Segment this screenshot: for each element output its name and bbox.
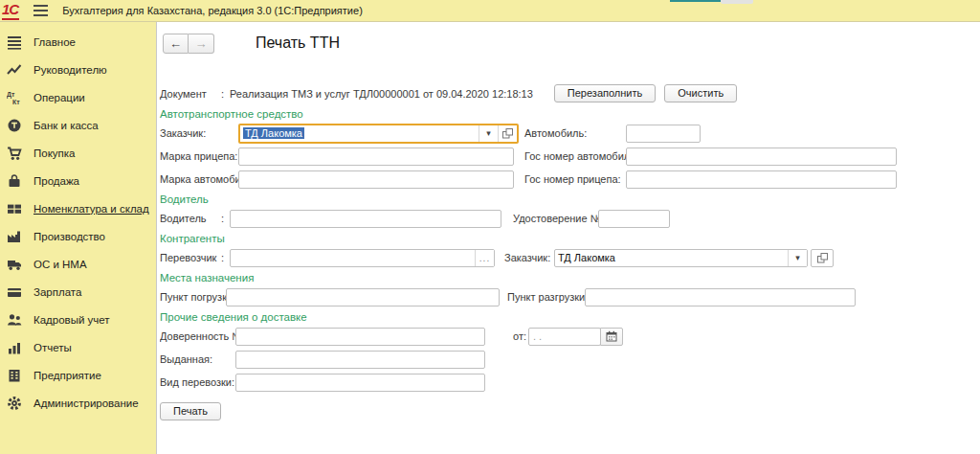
svg-text:Дт: Дт (7, 91, 15, 99)
sidebar-item-rukovoditelyu[interactable]: Руководителю (0, 56, 156, 83)
calendar-button[interactable] (600, 328, 623, 346)
customer2-combobox[interactable]: ТД Лакомка ▾ (554, 249, 808, 267)
transport-kind-label: Вид перевозки: (160, 376, 235, 388)
customer-value: ТД Лакомка (240, 125, 479, 142)
back-arrow-icon: ← (169, 36, 182, 51)
open-button[interactable] (811, 249, 834, 267)
refill-button[interactable]: Перезаполнить (554, 84, 656, 102)
sidebar-item-label: Покупка (33, 148, 75, 159)
driver-label: Водитель (160, 213, 221, 224)
car-gov-number-input[interactable] (626, 148, 897, 166)
1c-logo-icon[interactable]: 1С (2, 2, 19, 20)
menu-lines-icon (7, 34, 22, 50)
document-link[interactable]: Реализация ТМЗ и услуг ТДЛ00000001 от 09… (230, 88, 533, 100)
sidebar-item-label: Отчеты (33, 342, 72, 353)
building-icon (7, 368, 22, 383)
trailer-gov-number-label: Гос номер прицепа: (524, 173, 626, 185)
screen-artifact-gray (721, 0, 753, 4)
main-menu-icon[interactable] (33, 5, 48, 16)
attorney-number-input[interactable] (235, 328, 485, 346)
chevron-down-icon: ▾ (795, 253, 800, 262)
back-button[interactable]: ← (163, 34, 189, 54)
card-icon (7, 284, 22, 300)
driver-input[interactable] (230, 210, 501, 228)
trailer-brand-input[interactable] (238, 148, 514, 166)
transport-kind-input[interactable] (235, 374, 485, 392)
sidebar-item-os-i-nma[interactable]: ОС и НМА (0, 250, 156, 278)
sidebar-item-zarplata[interactable]: Зарплата (0, 278, 156, 306)
selected-text: ТД Лакомка (243, 127, 304, 139)
car-brand-label: Марка автомобиля: (160, 173, 238, 185)
customer-combobox[interactable]: ТД Лакомка ▾ (238, 124, 519, 144)
row-transport-kind: Вид перевозки: (160, 373, 980, 392)
top-bar: 1С Бухгалтерия для Казахстана, редакция … (0, 0, 980, 22)
section-driver: Водитель (160, 193, 980, 206)
more-button[interactable]: ... (475, 250, 494, 266)
document-row: Документ : Реализация ТМЗ и услуг ТДЛ000… (160, 84, 980, 102)
clear-button[interactable]: Очистить (664, 84, 737, 102)
car-label: Автомобиль: (524, 127, 626, 139)
issued-by-label: Выданная: (160, 353, 235, 365)
section-vehicle: Автотранспортное средство (160, 107, 980, 121)
section-contractors: Контрагенты (160, 232, 980, 245)
page-title: Печать ТТН (256, 34, 340, 52)
trailer-gov-number-input[interactable] (626, 170, 897, 189)
forward-arrow-icon: → (195, 36, 208, 51)
row-car-brand: Марка автомобиля: Гос номер прицепа: (160, 170, 980, 189)
attorney-date-label: от: (513, 330, 528, 342)
sidebar-item-nomenklatura-i-sklad[interactable]: Номенклатура и склад (0, 194, 156, 222)
cart-icon (7, 146, 22, 161)
print-button[interactable]: Печать (160, 402, 221, 420)
row-carrier-customer: Перевозчик : ... Заказчик: ТД Лакомка ▾ (160, 248, 980, 267)
sidebar-item-operacii[interactable]: ДтКт Операции (0, 83, 156, 111)
forward-button[interactable]: → (189, 34, 214, 54)
dropdown-button[interactable]: ▾ (788, 250, 807, 266)
unloading-point-input[interactable] (585, 288, 856, 306)
sidebar-item-glavnoe[interactable]: Главное (0, 28, 156, 56)
window-title: Бухгалтерия для Казахстана, редакция 3.0… (62, 5, 363, 16)
section-other-delivery-info: Прочие сведения о доставке (160, 310, 980, 324)
row-trailer-brand: Марка прицепа: Гос номер автомобиля: (160, 147, 980, 166)
sidebar: Главное Руководителю ДтКт Операции Банк … (0, 22, 157, 454)
issued-by-input[interactable] (235, 351, 485, 369)
sidebar-item-otchety[interactable]: Отчеты (0, 333, 156, 361)
attorney-date-input[interactable] (528, 328, 601, 346)
grid-icon (7, 201, 22, 216)
sidebar-item-label: Предприятие (33, 370, 101, 381)
carrier-field[interactable]: ... (230, 249, 495, 267)
trailer-brand-label: Марка прицепа: (160, 150, 238, 162)
carrier-colon: : (221, 252, 230, 263)
open-button[interactable] (498, 125, 517, 142)
sidebar-item-predpriyatie[interactable]: Предприятие (0, 361, 156, 389)
car-brand-input[interactable] (238, 170, 514, 189)
customer2-value: ТД Лакомка (555, 250, 788, 266)
line-chart-icon (7, 62, 22, 78)
sidebar-item-kadrovyj-uchet[interactable]: Кадровый учет (0, 306, 156, 333)
document-label: Документ (160, 88, 221, 100)
calendar-icon (606, 330, 617, 342)
people-icon (7, 312, 22, 328)
sidebar-item-label: Операции (33, 92, 85, 103)
loading-point-label: Пункт погрузки: (160, 291, 226, 303)
row-driver: Водитель : Удостоверение №: (160, 209, 980, 228)
form-print-ttn: ← → Печать ТТН Документ : Реализация ТМЗ… (157, 22, 980, 454)
row-customer-car: Заказчик: ТД Лакомка ▾ Автомобиль: (160, 124, 980, 143)
license-input[interactable] (598, 210, 670, 228)
document-separator: : (221, 88, 230, 100)
dropdown-button[interactable]: ▾ (479, 125, 498, 142)
row-issued-by: Выданная: (160, 350, 980, 369)
sidebar-item-label: Продажа (33, 175, 79, 187)
sidebar-item-pokupka[interactable]: Покупка (0, 139, 156, 167)
loading-point-input[interactable] (226, 288, 500, 306)
customer-label: Заказчик: (160, 127, 238, 139)
open-link-icon (817, 253, 828, 263)
sidebar-item-proizvodstvo[interactable]: Производство (0, 222, 156, 250)
sidebar-item-label: Руководителю (33, 64, 107, 76)
car-input[interactable] (626, 125, 701, 143)
sidebar-item-label: Кадровый учет (33, 314, 110, 326)
sidebar-item-administrirovanie[interactable]: Администрирование (0, 389, 156, 417)
sidebar-item-prodazha[interactable]: Продажа (0, 167, 156, 194)
bar-chart-icon (7, 340, 22, 355)
sidebar-item-bank-i-kassa[interactable]: Банк и касса (0, 111, 156, 139)
app-window: 1С Бухгалтерия для Казахстана, редакция … (0, 0, 980, 454)
